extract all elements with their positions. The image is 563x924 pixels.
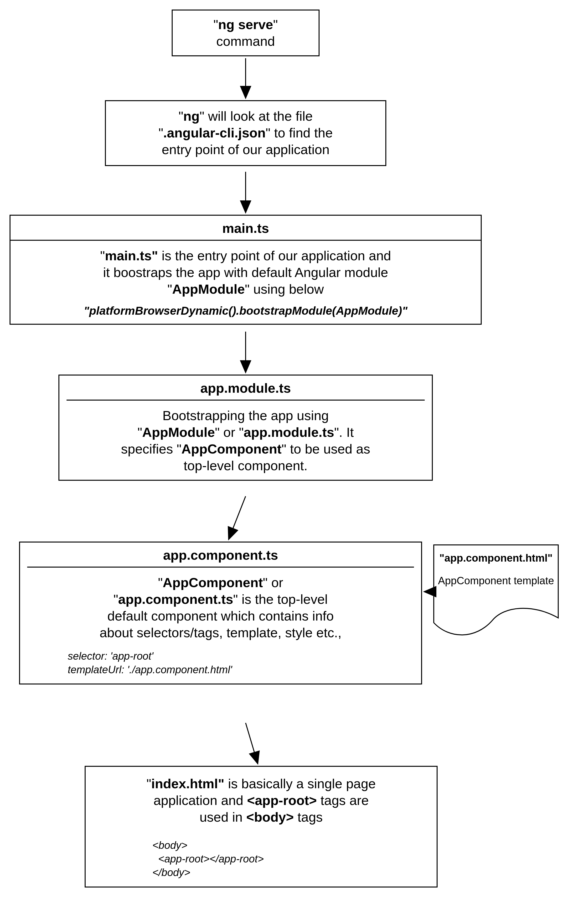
text: "AppModule" or "app.module.ts". It	[137, 424, 353, 440]
code: <body> <app-root></app-root> </body>	[85, 831, 437, 879]
node-title: app.module.ts	[59, 375, 432, 400]
text: "AppModule" using below	[168, 282, 324, 297]
node-main-ts: main.ts "main.ts" is the entry point of …	[9, 215, 482, 325]
text: default component which contains info	[107, 608, 334, 623]
flowchart-canvas: "ng serve" command "ng" will look at the…	[0, 0, 563, 924]
svg-line-3	[229, 496, 246, 539]
text: "app.component.ts" is the top-level	[114, 592, 328, 607]
text: entry point of our application	[162, 142, 329, 157]
text: ".angular-cli.json" to find the	[159, 125, 333, 140]
doc-sub: AppComponent template	[434, 574, 558, 587]
node-title: app.component.ts	[20, 543, 421, 567]
node-app-component: app.component.ts "AppComponent" or "app.…	[19, 542, 422, 684]
text: "main.ts" is the entry point of our appl…	[100, 248, 391, 263]
node-index-html: "index.html" is basically a single page …	[85, 766, 437, 888]
doc-title: "app.component.html"	[434, 551, 558, 574]
text: top-level component.	[184, 458, 308, 473]
text: specifies "AppComponent" to be used as	[121, 441, 370, 456]
svg-line-5	[246, 723, 258, 763]
text: "ng serve"	[213, 17, 278, 32]
text: Bootstrapping the app using	[162, 408, 329, 423]
text: "ng" will look at the file	[178, 108, 313, 124]
text: command	[216, 34, 275, 49]
text: used in <body> tags	[199, 810, 323, 825]
node-app-module: app.module.ts Bootstrapping the app usin…	[58, 375, 433, 481]
node-ng-serve: "ng serve" command	[172, 9, 319, 56]
text: application and <app-root> tags are	[154, 793, 369, 808]
text: it boostraps the app with default Angula…	[103, 265, 388, 280]
doc-content: "app.component.html" AppComponent templa…	[434, 551, 558, 587]
node-title: main.ts	[10, 216, 481, 240]
text: about selectors/tags, template, style et…	[100, 625, 342, 640]
code: selector: 'app-root' templateUrl: './app…	[20, 647, 421, 676]
node-cli-json: "ng" will look at the file ".angular-cli…	[105, 100, 386, 166]
code: "platformBrowserDynamic().bootstrapModul…	[17, 297, 474, 318]
text: "index.html" is basically a single page	[147, 776, 376, 791]
text: "AppComponent" or	[158, 575, 283, 590]
